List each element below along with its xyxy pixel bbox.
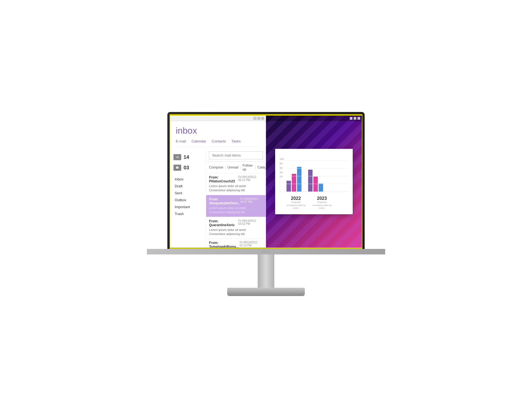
bars-section: 10080604020 [280, 153, 348, 192]
minimize-button[interactable]: − [254, 117, 256, 120]
sidebar-link-inbox[interactable]: Inbox [170, 176, 206, 183]
mail-toolbar: Compose | Unread | Follow-up | Categoriz… [206, 162, 266, 173]
categorize-button[interactable]: Categorize [257, 165, 266, 169]
mail-from: From: QuarantineXeric [209, 219, 238, 227]
grid-line [287, 184, 348, 184]
followup-button[interactable]: Follow-up [242, 164, 253, 171]
monitor-stand-base [227, 288, 305, 296]
sidebar-link-outbox[interactable]: Outbox [170, 197, 206, 203]
mail-badge-icon: ✉ [173, 154, 181, 160]
mail-item[interactable]: From: TomahawkWoma... Fri 09/14/2012 02:… [206, 239, 266, 248]
mail-content: ✉ 14 💬 03 Inbox Draft Sent [170, 149, 266, 248]
monitor-bottom-bezel: D∈LL [147, 249, 385, 254]
sidebar-link-trash[interactable]: Trash [170, 210, 206, 217]
sidebar-link-important[interactable]: Important [170, 203, 206, 210]
monitor: − □ × inbox E-mail Calendar Contacts Tas… [141, 112, 391, 296]
maximize-button[interactable]: □ [257, 117, 260, 120]
chart-year: 2022 [286, 196, 306, 201]
grid-line [287, 176, 348, 176]
toolbar-sep-3: | [255, 165, 256, 169]
monitor-brand: D∈LL [262, 251, 270, 253]
mail-badge-count: 14 [183, 154, 189, 160]
mail-sidebar: ✉ 14 💬 03 Inbox Draft Sent [170, 149, 206, 248]
chart-maximize-button[interactable]: □ [354, 117, 356, 120]
y-label: 40 [280, 171, 284, 174]
chart-y-labels: 10080604020 [280, 158, 284, 178]
bar-blue [297, 167, 301, 192]
chart-label-group: 2023Projected occupancy rates by sector [312, 196, 332, 210]
mail-from: From: TomahawkWoma... [209, 241, 239, 248]
nav-contacts[interactable]: Contacts [212, 139, 226, 144]
screen-area: − □ × inbox E-mail Calendar Contacts Tas… [170, 115, 362, 248]
chart-desc: Projected occupancy rates by sector [312, 201, 332, 210]
search-bar [206, 149, 266, 162]
unread-button[interactable]: Unread [227, 165, 238, 169]
grid-line [287, 160, 348, 161]
mail-item[interactable]: From: PillalooCouch23 Fri 09/14/2012 05:… [206, 173, 266, 195]
mail-from: From: AbsquatulateOsm... [209, 197, 240, 205]
nav-calendar[interactable]: Calendar [191, 139, 206, 144]
chat-badge-count: 03 [183, 165, 189, 171]
close-button[interactable]: × [261, 117, 264, 120]
bar-blue [319, 183, 323, 192]
mail-item[interactable]: From: AbsquatulateOsm... Fri 09/14/2012 … [206, 195, 266, 217]
y-label: 60 [280, 167, 284, 169]
bar-pink [292, 174, 296, 192]
chart-minimize-button[interactable]: − [350, 117, 352, 120]
bar-purple [308, 170, 313, 192]
nav-tasks[interactable]: Tasks [231, 139, 241, 144]
chart-area: 10080604020 2022Projected occupancy rate… [280, 153, 348, 210]
mail-titlebar: − □ × [170, 116, 266, 121]
mail-preview: Lorem ipsum dolor sit ametConsectetur ad… [209, 228, 263, 236]
toolbar-sep-1: | [225, 165, 226, 169]
mail-nav: E-mail Calendar Contacts Tasks [176, 139, 260, 147]
bar-purple [287, 181, 291, 192]
chat-badge-row: 💬 03 [170, 163, 206, 172]
search-input[interactable] [209, 151, 263, 159]
chart-card: 10080604020 2022Projected occupancy rate… [275, 149, 353, 214]
sidebar-link-draft[interactable]: Draft [170, 183, 206, 190]
y-label: 80 [280, 162, 284, 165]
chart-labels: 2022Projected occupancy rates by sector2… [280, 196, 348, 210]
chart-year: 2023 [312, 196, 332, 201]
mail-preview: Lorem ipsum dolor sit ametConsectetur ad… [209, 206, 263, 215]
mail-date: Fri 09/14/2012 03:52 PM [238, 219, 263, 227]
mail-header: inbox E-mail Calendar Contacts Tasks [170, 121, 266, 149]
mail-items: From: PillalooCouch23 Fri 09/14/2012 05:… [206, 173, 266, 248]
mail-date: Fri 09/14/2012 02:13 PM [240, 241, 263, 248]
bar-pink [313, 177, 318, 192]
grid-line [287, 192, 348, 192]
monitor-stand-neck [258, 254, 274, 288]
mail-date: Fri 09/14/2012 05:11 PM [238, 175, 263, 183]
bar-group [308, 170, 323, 192]
chat-badge-icon: 💬 [173, 165, 181, 171]
chart-desc: Projected occupancy rates by sector [286, 201, 306, 210]
mail-preview: Lorem ipsum dolor sit ametConsectetur ad… [209, 184, 263, 193]
mail-badge-row: ✉ 14 [170, 152, 206, 162]
toolbar-sep-2: | [240, 165, 241, 169]
mail-panel: − □ × inbox E-mail Calendar Contacts Tas… [170, 116, 266, 248]
chart-close-button[interactable]: × [357, 117, 360, 120]
mail-item[interactable]: From: QuarantineXeric Fri 09/14/2012 03:… [206, 217, 266, 239]
mail-from: From: PillalooCouch23 [209, 175, 238, 183]
bar-group [287, 167, 301, 192]
mail-list-panel: Compose | Unread | Follow-up | Categoriz… [206, 149, 266, 248]
grid-line [287, 168, 348, 169]
chart-titlebar: − □ × [266, 116, 362, 121]
y-label: 100 [280, 158, 284, 160]
monitor-bezel: − □ × inbox E-mail Calendar Contacts Tas… [167, 112, 364, 249]
y-label: 20 [280, 175, 284, 178]
chart-panel: − □ × 10080604020 2022Projected occupanc… [266, 116, 362, 248]
sidebar-link-sent[interactable]: Sent [170, 190, 206, 197]
compose-button[interactable]: Compose [209, 165, 223, 169]
sidebar-links: Inbox Draft Sent Outbox Important Trash [170, 174, 206, 220]
chart-label-group: 2022Projected occupancy rates by sector [286, 196, 306, 210]
nav-email[interactable]: E-mail [176, 139, 186, 144]
mail-date: Fri 09/14/2012 04:07 PM [240, 197, 263, 205]
page-title: inbox [176, 126, 260, 136]
